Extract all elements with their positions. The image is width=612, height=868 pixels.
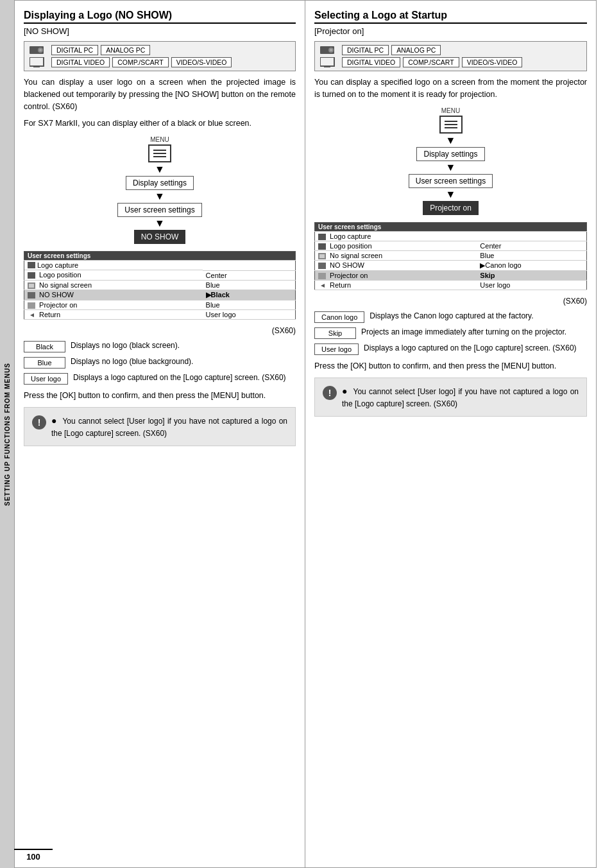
logo-icon-2 [28, 272, 35, 279]
proj-icon [28, 302, 35, 309]
row-label-1: Logo position [39, 271, 81, 279]
left-arrow-1: ▼ [155, 164, 165, 175]
right-menu-flow: MENU ▼ Display settings ▼ User screen se… [387, 107, 515, 216]
return-icon [28, 312, 35, 318]
row-label-5: Return [39, 311, 60, 318]
row-value-5: User logo [203, 309, 296, 319]
right-title: Selecting a Logo at Startup [314, 10, 587, 24]
right-step-2: User screen settings [409, 174, 493, 188]
side-tab-label: SETTING UP FUNCTIONS FROM MENUS [0, 0, 14, 868]
right-projector-icon [320, 45, 336, 55]
table-row: Return User logo [24, 309, 296, 319]
right-input-bottom-row: DIGITAL VIDEO COMP./SCART VIDEO/S-VIDEO [342, 57, 581, 67]
left-menu-icon [148, 144, 171, 162]
right-input-video-svideo: VIDEO/S-VIDEO [462, 57, 523, 67]
svg-rect-23 [318, 273, 326, 279]
right-arrow-3: ▼ [446, 189, 456, 200]
right-input-top-row: DIGITAL PC ANALOG PC [342, 45, 581, 55]
right-row-label-3: NO SHOW [330, 261, 364, 269]
right-arrow-2: ▼ [446, 162, 456, 173]
right-screen-icon [320, 57, 336, 67]
right-step-1: Display settings [416, 147, 484, 161]
right-body-text: You can display a specified logo on a sc… [314, 76, 587, 101]
projector-icon [30, 45, 45, 55]
right-menu-label: MENU [441, 107, 460, 114]
right-option-skip: Skip Projects an image immediately after… [314, 327, 587, 339]
row-value-0 [203, 261, 296, 271]
right-row-label-2: No signal screen [330, 252, 382, 259]
right-note-icon: ! [323, 386, 337, 400]
svg-rect-18 [318, 234, 326, 240]
right-menu-icon [439, 116, 463, 134]
right-settings-header: User screen settings [315, 222, 587, 231]
left-confirm-text: Press the [OK] button to confirm, and th… [24, 390, 296, 402]
right-signal-icon [318, 253, 326, 259]
svg-rect-22 [318, 263, 326, 269]
left-step-2: User screen settings [117, 203, 201, 217]
table-row: Logo capture [315, 231, 587, 241]
table-row-highlighted: NO SHOW ▶Black [24, 290, 296, 300]
left-sx60: (SX60) [24, 326, 296, 335]
row-value-3: ▶Black [203, 290, 296, 300]
input-digital-pc-left: DIGITAL PC [51, 45, 98, 55]
svg-rect-3 [30, 57, 44, 66]
table-row-highlighted: Projector on Skip [315, 270, 587, 280]
right-input-selector: DIGITAL PC ANALOG PC DIGITAL VIDEO COMP.… [314, 41, 587, 71]
table-row: No signal screen Blue [315, 250, 587, 260]
right-input-digital-pc: DIGITAL PC [342, 45, 389, 55]
right-row-value-0 [477, 231, 586, 241]
left-option-userlogo: User logo Displays a logo captured on th… [24, 372, 296, 385]
right-proj-icon [318, 273, 326, 279]
right-input-comp-scart: COMP./SCART [403, 57, 459, 67]
left-option-text-black: Displays no logo (black screen). [71, 340, 180, 351]
screen-icon [30, 57, 45, 67]
right-row-label-4: Projector on [330, 272, 368, 279]
right-section: Selecting a Logo at Startup [Projector o… [305, 0, 597, 868]
left-option-blue: Blue Displays no logo (blue background). [24, 356, 296, 369]
right-input-analog-pc: ANALOG PC [391, 45, 441, 55]
right-logo-icon-2 [318, 243, 326, 250]
left-arrow-3: ▼ [155, 218, 165, 229]
input-comp-scart-left: COMP./SCART [112, 57, 168, 67]
left-step-1: Display settings [126, 176, 194, 190]
right-row-value-3: ▶Canon logo [477, 260, 586, 270]
left-note-content: You cannot select [User logo] if you hav… [51, 417, 287, 438]
row-value-1: Center [203, 270, 296, 280]
left-option-box-blue: Blue [24, 357, 65, 369]
row-label-2: No signal screen [39, 281, 92, 289]
right-row-label-5: Return [330, 281, 351, 289]
show-icon [28, 292, 35, 299]
svg-point-2 [39, 49, 42, 51]
table-row: Return User logo [315, 280, 587, 290]
left-option-text-userlogo: Displays a logo captured on the [Logo ca… [73, 372, 286, 383]
left-section: Displaying a Logo (NO SHOW) [NO SHOW] [14, 0, 305, 868]
right-confirm-text: Press the [OK] button to confirm, and th… [314, 360, 587, 372]
right-step-3: Projector on [423, 201, 479, 215]
left-input-selector: DIGITAL PC ANALOG PC DIGITAL VIDEO COMP.… [24, 41, 296, 71]
svg-point-14 [330, 49, 332, 51]
right-sx60: (SX60) [314, 297, 587, 306]
right-option-text-canon: Displays the Canon logo captured at the … [370, 311, 533, 322]
input-bottom-row: DIGITAL VIDEO COMP./SCART VIDEO/S-VIDEO [51, 57, 290, 67]
row-label-3: NO SHOW [39, 291, 74, 299]
table-row: Projector on Blue [24, 300, 296, 309]
right-note-box: ! ● You cannot select [User logo] if you… [314, 378, 587, 417]
left-option-black: Black Displays no logo (black screen). [24, 340, 296, 352]
right-option-box-userlogo: User logo [314, 343, 359, 355]
right-settings-table: User screen settings Logo capture Logo p… [314, 222, 587, 290]
right-note-content: You cannot select [User logo] if you hav… [342, 387, 579, 408]
signal-icon [28, 282, 35, 289]
left-settings-table: User screen settings Logo capture Logo p… [24, 251, 296, 320]
left-subtitle: [NO SHOW] [24, 26, 296, 36]
left-settings-header: User screen settings [24, 252, 296, 261]
page-number: 100 [14, 849, 53, 862]
right-option-box-skip: Skip [314, 327, 356, 339]
right-subtitle: [Projector on] [314, 26, 587, 36]
svg-rect-11 [28, 302, 35, 309]
right-option-text-skip: Projects an image immediately after turn… [361, 327, 566, 338]
table-row: No signal screen Blue [24, 280, 296, 290]
svg-rect-15 [320, 57, 334, 66]
right-row-value-2: Blue [477, 250, 586, 260]
left-body-text-1: You can display a user logo on a screen … [24, 76, 296, 112]
right-option-box-canon: Canon logo [314, 311, 364, 323]
